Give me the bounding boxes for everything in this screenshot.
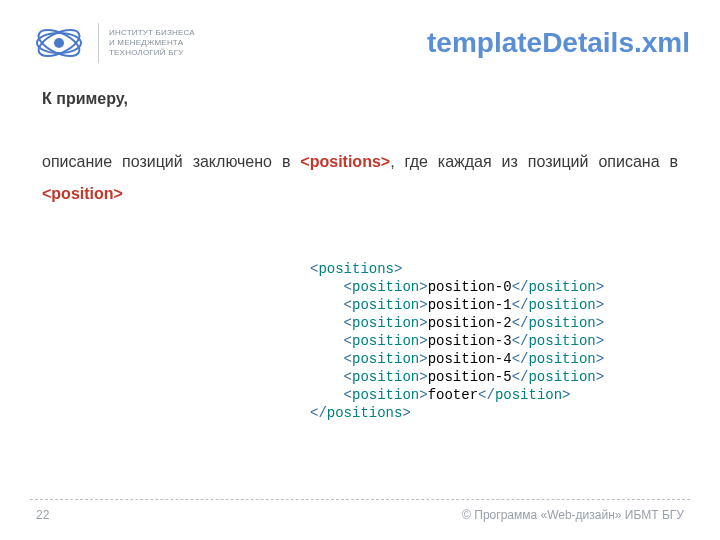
intro-text: К примеру, <box>42 90 678 108</box>
header: ИНСТИТУТ БИЗНЕСА И МЕНЕДЖМЕНТА ТЕХНОЛОГИ… <box>30 18 690 68</box>
code-item: footer <box>428 387 478 403</box>
code-item: position-1 <box>428 297 512 313</box>
institute-line3: ТЕХНОЛОГИЙ БГУ <box>109 48 183 57</box>
slide: ИНСТИТУТ БИЗНЕСА И МЕНЕДЖМЕНТА ТЕХНОЛОГИ… <box>0 0 720 540</box>
position-tag: <position> <box>42 185 123 202</box>
desc-part1: описание позиций заключено в <box>42 153 300 170</box>
desc-part2: , где каждая из позиций описана в <box>390 153 678 170</box>
body: К примеру, описание позиций заключено в … <box>42 90 678 210</box>
logo-icon <box>30 22 88 64</box>
code-item: position-3 <box>428 333 512 349</box>
footer: 22 © Программа «Web-дизайн» ИБМТ БГУ <box>30 499 690 522</box>
code-item: position-5 <box>428 369 512 385</box>
positions-tag: <positions> <box>300 153 390 170</box>
institute-line1: ИНСТИТУТ БИЗНЕСА <box>109 28 195 37</box>
footer-credit: © Программа «Web-дизайн» ИБМТ БГУ <box>462 508 684 522</box>
institute-line2: И МЕНЕДЖМЕНТА <box>109 38 183 47</box>
institute-text: ИНСТИТУТ БИЗНЕСА И МЕНЕДЖМЕНТА ТЕХНОЛОГИ… <box>109 28 195 58</box>
page-title: templateDetails.xml <box>427 27 690 59</box>
page-number: 22 <box>36 508 49 522</box>
code-item: position-0 <box>428 279 512 295</box>
code-block: <positions> <position>position-0</positi… <box>310 260 604 422</box>
description-text: описание позиций заключено в <positions>… <box>42 146 678 210</box>
code-item: position-2 <box>428 315 512 331</box>
svg-point-3 <box>54 38 64 48</box>
footer-row: 22 © Программа «Web-дизайн» ИБМТ БГУ <box>30 508 690 522</box>
header-divider <box>98 23 99 63</box>
footer-divider <box>30 499 690 500</box>
code-item: position-4 <box>428 351 512 367</box>
